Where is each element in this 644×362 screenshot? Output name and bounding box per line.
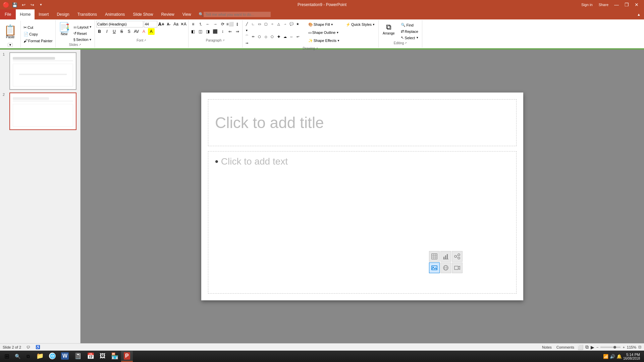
callout-shape[interactable]: 💬 (288, 21, 294, 27)
copy-button[interactable]: 📄 Copy (22, 31, 54, 37)
arrange-button[interactable]: ⧉ Arrange (380, 22, 397, 36)
font-size-input[interactable] (144, 21, 157, 27)
taskbar-word[interactable]: W (58, 351, 71, 362)
double-arrow[interactable]: ↔ (288, 34, 294, 40)
quick-styles-button[interactable]: ⚡ Quick Styles ▼ (344, 21, 377, 28)
align-center-button[interactable]: ◫ (197, 28, 204, 35)
network-icon[interactable]: 📶 (603, 354, 608, 359)
taskbar-store[interactable]: 🏪 (108, 351, 121, 362)
strikethrough-button[interactable]: S (118, 28, 125, 35)
clock[interactable]: 5:14 PM 16/08/2018 (623, 353, 640, 360)
cut-button[interactable]: ✂ Cut (22, 24, 54, 31)
zoom-slider[interactable] (600, 347, 621, 348)
new-slide-button[interactable]: 📑 New (57, 22, 71, 37)
tab-animations[interactable]: Animations (101, 9, 129, 19)
insert-chart-icon[interactable] (440, 251, 451, 262)
taskbar-photos[interactable]: 🖼 (97, 351, 108, 362)
layout-button[interactable]: ⚏ Layout ▼ (72, 24, 93, 30)
bullets-button[interactable]: ≡ (190, 21, 197, 27)
replace-button[interactable]: ⇄ Replace (399, 28, 421, 34)
slider-view-button[interactable]: ⧉ (585, 344, 589, 350)
ltr-button[interactable]: ⇒ (234, 28, 241, 35)
tab-file[interactable]: File (0, 9, 16, 19)
diamond-shape[interactable]: ◇ (263, 34, 269, 40)
freeform-shape[interactable]: ✏ (250, 34, 256, 40)
zoom-out-button[interactable]: − (596, 345, 598, 349)
paste-button[interactable]: 📋 Paste (1, 21, 19, 43)
change-case-button[interactable]: Aa (173, 21, 179, 27)
increase-indent-button[interactable]: → (212, 21, 219, 27)
shape-effects-button[interactable]: ✨ Shape Effects ▼ (306, 37, 342, 44)
reset-button[interactable]: ↺ Reset (72, 31, 93, 36)
rectangle-shape[interactable]: ▭ (257, 21, 263, 27)
tab-view[interactable]: View (178, 9, 195, 19)
hexagon-shape[interactable]: ⬡ (257, 34, 263, 40)
drawing-expand-icon[interactable]: ↗ (316, 47, 318, 50)
search-button[interactable]: 🔍 (12, 351, 23, 362)
underline-button[interactable]: U (111, 28, 118, 35)
redo-icon[interactable]: ↪ (29, 1, 36, 8)
triangle-shape[interactable]: △ (276, 21, 282, 27)
cloud-shape[interactable]: ☁ (282, 34, 288, 40)
decrease-font-button[interactable]: A- (165, 21, 172, 27)
elbow-connector[interactable]: ∟ (250, 21, 256, 27)
plus-shape[interactable]: ✚ (276, 34, 282, 40)
zoom-in-button[interactable]: + (623, 345, 625, 349)
taskbar-powerpoint[interactable]: P (121, 351, 133, 362)
volume-icon[interactable]: 🔊 (610, 354, 615, 359)
insert-picture-icon[interactable] (429, 262, 440, 273)
star-shape[interactable]: ★ (295, 21, 301, 27)
customize-qa-icon[interactable]: ▼ (38, 1, 44, 8)
rounded-rect-shape[interactable]: ▢ (263, 21, 269, 27)
more-shapes[interactable]: ▾ (244, 27, 250, 33)
restore-button[interactable]: ❐ (622, 1, 631, 8)
section-button[interactable]: § Section ▼ (72, 37, 93, 42)
line-spacing-button[interactable]: ↕ (219, 28, 226, 35)
insert-smartart-icon[interactable] (452, 251, 463, 262)
notification-icon[interactable]: 🔔 (616, 354, 622, 359)
slide-content-area[interactable]: • Click to add text (208, 151, 517, 294)
slides-expand-icon[interactable]: ↗ (79, 43, 81, 46)
decrease-indent-button[interactable]: ← (205, 21, 211, 27)
arrow-shape[interactable]: → (282, 21, 288, 27)
pentagon-shape[interactable]: ⬠ (269, 34, 275, 40)
slide-2-thumbnail[interactable] (9, 93, 76, 130)
slide-1-thumbnail[interactable] (9, 52, 76, 90)
find-button[interactable]: 🔍 Find (399, 22, 421, 28)
taskbar-calendar[interactable]: 📅 (84, 351, 97, 362)
taskbar-file-manager[interactable]: 📁 (34, 351, 46, 362)
circle-shape[interactable]: ○ (269, 21, 275, 27)
align-left-button[interactable]: ◧ (190, 28, 197, 35)
format-painter-button[interactable]: 🖌 Format Painter (22, 38, 54, 44)
bold-button[interactable]: B (96, 28, 103, 35)
font-color-button[interactable]: A (141, 28, 147, 35)
minimize-button[interactable]: — (612, 1, 621, 8)
align-text-button[interactable]: ≡⬜ (227, 21, 233, 27)
slideshow-view-button[interactable]: ▶ (591, 345, 594, 350)
paragraph-expand-icon[interactable]: ↗ (222, 39, 225, 42)
tab-slideshow[interactable]: Slide Show (129, 9, 157, 19)
block-arrow[interactable]: ⇒ (244, 40, 250, 46)
text-direction-button[interactable]: ⟳ (219, 21, 226, 27)
comments-button[interactable]: Comments (555, 345, 576, 349)
char-spacing-button[interactable]: AV (133, 28, 140, 35)
tab-insert[interactable]: Insert (35, 9, 53, 19)
line-shape[interactable]: ╱ (244, 21, 250, 27)
font-expand-icon[interactable]: ↗ (144, 39, 146, 42)
numbering-button[interactable]: ⒈ (197, 21, 204, 27)
tab-design[interactable]: Design (53, 9, 73, 19)
insert-online-picture-icon[interactable] (440, 262, 451, 273)
tell-me-input[interactable] (204, 12, 271, 17)
undo-icon[interactable]: ↩ (20, 1, 27, 8)
increase-font-button[interactable]: A+ (158, 21, 165, 27)
notes-button[interactable]: Notes (541, 345, 553, 349)
taskbar-onenote[interactable]: 📓 (71, 351, 84, 362)
canvas-area[interactable]: Click to add title • Click to add text (80, 50, 644, 343)
curved-arrow[interactable]: ↩ (295, 34, 301, 40)
add-columns-button[interactable]: ⫿ (234, 21, 241, 27)
shape-outline-button[interactable]: ▭ Shape Outline ▼ (306, 29, 342, 36)
shape-fill-button[interactable]: 🎨 Shape Fill ▼ (306, 21, 342, 28)
italic-button[interactable]: I (104, 28, 110, 35)
justify-button[interactable]: ⬛ (212, 28, 219, 35)
fit-window-button[interactable]: ⊡ (638, 345, 641, 349)
